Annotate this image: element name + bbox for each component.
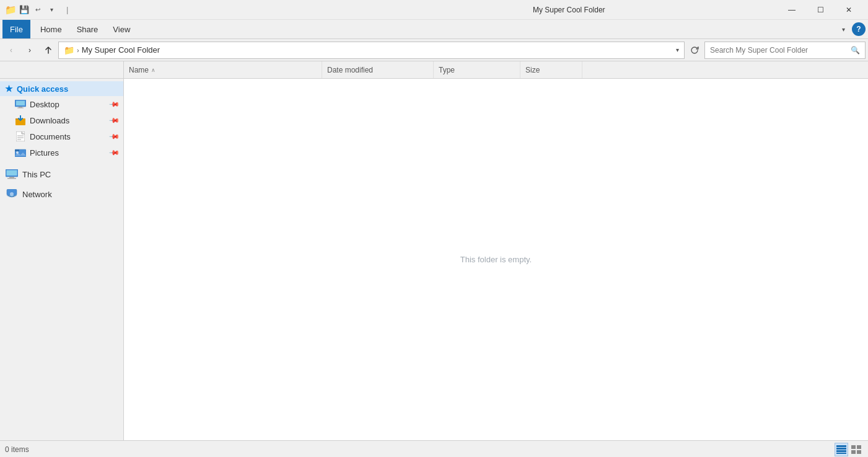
- svg-rect-16: [7, 178, 16, 179]
- path-current-folder: My Super Cool Folder: [82, 45, 160, 55]
- quick-access-toolbar: 📁 💾 ↩ ▾: [5, 4, 58, 16]
- svg-rect-19: [836, 445, 846, 447]
- svg-rect-11: [15, 149, 19, 151]
- column-headers: Name ∧ Date modified Type Size: [124, 61, 868, 79]
- titlebar-folder-icon: 📁: [5, 4, 17, 16]
- pin-icon: 📌: [108, 98, 120, 110]
- col-header-type[interactable]: Type: [434, 61, 520, 78]
- col-header-size[interactable]: Size: [520, 61, 582, 78]
- svg-rect-3: [17, 108, 24, 109]
- title-bar-icons: 📁 💾 ↩ ▾ |: [5, 4, 423, 16]
- address-right-controls: [686, 42, 703, 59]
- sidebar: ★ Quick access Desktop 📌: [0, 79, 124, 440]
- file-area: This folder is empty.: [124, 79, 868, 440]
- close-button[interactable]: ✕: [835, 0, 863, 20]
- details-view-button[interactable]: [835, 443, 848, 456]
- sidebar-item-pictures[interactable]: Pictures 📌: [0, 144, 123, 161]
- sidebar-item-downloads-label: Downloads: [30, 116, 110, 125]
- pin-icon-documents: 📌: [108, 130, 120, 142]
- star-icon: ★: [5, 84, 13, 94]
- up-button[interactable]: [40, 42, 57, 59]
- minimize-button[interactable]: —: [778, 0, 806, 20]
- svg-rect-1: [16, 101, 25, 106]
- window-controls: — ☐ ✕: [778, 0, 863, 20]
- title-bar: 📁 💾 ↩ ▾ | My Super Cool Folder — ☐ ✕: [0, 0, 868, 20]
- network-icon: [5, 187, 19, 201]
- sidebar-item-desktop-label: Desktop: [30, 100, 110, 109]
- ribbon-tab-bar: File Home Share View ▾ ?: [0, 20, 868, 38]
- col-header-date[interactable]: Date modified: [322, 61, 434, 78]
- window-title: My Super Cool Folder: [361, 6, 778, 14]
- pictures-icon: [15, 147, 26, 158]
- refresh-button[interactable]: [686, 42, 703, 59]
- tab-file[interactable]: File: [2, 20, 30, 38]
- sort-arrow: ∧: [151, 67, 156, 73]
- sidebar-item-documents[interactable]: Documents 📌: [0, 128, 123, 144]
- svg-rect-15: [9, 177, 14, 178]
- forward-button[interactable]: ›: [21, 42, 38, 59]
- svg-rect-22: [836, 453, 846, 454]
- svg-rect-25: [851, 450, 856, 454]
- svg-rect-23: [851, 445, 856, 449]
- file-content-wrapper: ★ Quick access Desktop 📌: [0, 79, 868, 440]
- tiles-view-button[interactable]: [849, 443, 863, 456]
- address-bar: ‹ › 📁 › My Super Cool Folder ▾ 🔍: [0, 39, 868, 61]
- save-qat-button[interactable]: 💾: [18, 4, 30, 16]
- sidebar-item-quick-access[interactable]: ★ Quick access: [0, 81, 123, 96]
- tab-home[interactable]: Home: [33, 20, 69, 38]
- view-toggle: [835, 443, 863, 456]
- svg-rect-20: [836, 448, 846, 450]
- desktop-icon: [15, 99, 26, 110]
- quick-access-label: Quick access: [17, 84, 68, 94]
- svg-point-18: [10, 192, 14, 196]
- sidebar-item-this-pc[interactable]: This PC: [0, 166, 123, 183]
- path-dropdown-arrow[interactable]: ▾: [676, 47, 679, 53]
- this-pc-icon: [5, 167, 19, 181]
- pin-icon-downloads: 📌: [108, 114, 120, 126]
- svg-rect-21: [836, 450, 846, 452]
- ribbon-right-controls: ▾ ?: [837, 22, 866, 36]
- help-button[interactable]: ?: [852, 22, 866, 36]
- network-label: Network: [22, 190, 52, 199]
- path-folder-icon: 📁: [64, 45, 74, 55]
- this-pc-label: This PC: [22, 170, 51, 179]
- qat-dropdown[interactable]: ▾: [45, 4, 58, 16]
- sidebar-item-pictures-label: Pictures: [30, 148, 110, 158]
- ribbon-expand-button[interactable]: ▾: [837, 23, 849, 35]
- sidebar-item-desktop[interactable]: Desktop 📌: [0, 96, 123, 112]
- tab-share[interactable]: Share: [69, 20, 106, 38]
- sidebar-item-downloads[interactable]: Downloads 📌: [0, 112, 123, 128]
- column-headers-row: Name ∧ Date modified Type Size: [0, 61, 868, 79]
- pin-icon-pictures: 📌: [108, 146, 120, 158]
- maximize-button[interactable]: ☐: [806, 0, 835, 20]
- address-path-bar[interactable]: 📁 › My Super Cool Folder ▾: [58, 42, 685, 59]
- item-count: 0 items: [5, 445, 29, 454]
- col-header-name[interactable]: Name ∧: [124, 61, 322, 78]
- sidebar-item-network[interactable]: Network: [0, 185, 123, 203]
- documents-icon: [15, 131, 26, 142]
- svg-rect-26: [857, 450, 861, 454]
- downloads-icon: [15, 115, 26, 126]
- status-bar: 0 items: [0, 440, 868, 457]
- svg-rect-24: [857, 445, 861, 449]
- sidebar-item-documents-label: Documents: [30, 132, 110, 141]
- undo-qat-button[interactable]: ↩: [32, 4, 44, 16]
- search-box[interactable]: 🔍: [704, 42, 866, 59]
- search-input[interactable]: [710, 46, 848, 55]
- search-icon: 🔍: [851, 46, 860, 55]
- svg-rect-14: [7, 171, 17, 176]
- ribbon: File Home Share View ▾ ?: [0, 20, 868, 39]
- back-button[interactable]: ‹: [2, 42, 20, 59]
- tab-view[interactable]: View: [105, 20, 138, 38]
- empty-folder-message: This folder is empty.: [460, 255, 532, 264]
- path-separator: ›: [77, 47, 79, 54]
